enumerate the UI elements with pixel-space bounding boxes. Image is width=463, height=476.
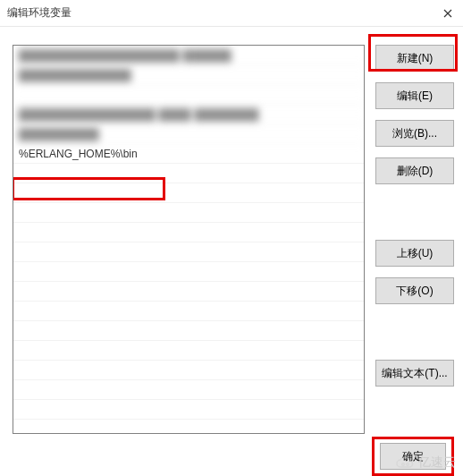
list-item[interactable] xyxy=(13,203,364,223)
spacer xyxy=(375,195,454,229)
titlebar: 编辑环境变量 xyxy=(0,0,463,27)
list-item[interactable] xyxy=(13,183,364,203)
spacer xyxy=(375,315,454,349)
browse-button[interactable]: 浏览(B)... xyxy=(375,120,454,147)
list-item[interactable] xyxy=(13,85,364,105)
movedown-button[interactable]: 下移(O) xyxy=(375,277,454,304)
list-item[interactable] xyxy=(13,223,364,242)
list-item-erlang-home[interactable]: %ERLANG_HOME%\bin xyxy=(13,144,364,164)
list-item[interactable] xyxy=(13,361,364,380)
list-item[interactable] xyxy=(13,341,364,361)
list-item[interactable] xyxy=(13,282,364,302)
list-item[interactable] xyxy=(13,262,364,282)
buttons-column: 新建(N) 编辑(E) 浏览(B)... 删除(D) 上移(U) 下移(O) 编… xyxy=(375,45,454,434)
list-item[interactable]: ██████████ xyxy=(13,124,364,144)
list-item[interactable] xyxy=(13,380,364,400)
close-icon[interactable] xyxy=(442,7,454,20)
list-item[interactable] xyxy=(13,242,364,262)
ok-button[interactable]: 确定 xyxy=(380,443,446,470)
dialog-footer: 确定 xyxy=(0,431,463,476)
dialog-body: ████████████████████ ██████ ████████████… xyxy=(0,27,463,434)
window-title: 编辑环境变量 xyxy=(7,5,72,21)
edit-button[interactable]: 编辑(E) xyxy=(375,82,454,109)
list-item[interactable]: ████████████████████ ██████ xyxy=(13,46,364,65)
list-item[interactable] xyxy=(13,321,364,341)
env-var-list[interactable]: ████████████████████ ██████ ████████████… xyxy=(13,45,365,434)
moveup-button[interactable]: 上移(U) xyxy=(375,240,454,267)
list-item[interactable] xyxy=(13,400,364,420)
list-item[interactable] xyxy=(13,164,364,183)
edittext-button[interactable]: 编辑文本(T)... xyxy=(375,360,454,387)
list-item[interactable]: █████████████████ ████ ████████ xyxy=(13,105,364,124)
delete-button[interactable]: 删除(D) xyxy=(375,157,454,184)
list-item[interactable]: ██████████████ xyxy=(13,65,364,85)
highlight-marker: 确定 xyxy=(372,437,454,476)
list-item[interactable] xyxy=(13,302,364,321)
new-button[interactable]: 新建(N) xyxy=(375,45,454,72)
